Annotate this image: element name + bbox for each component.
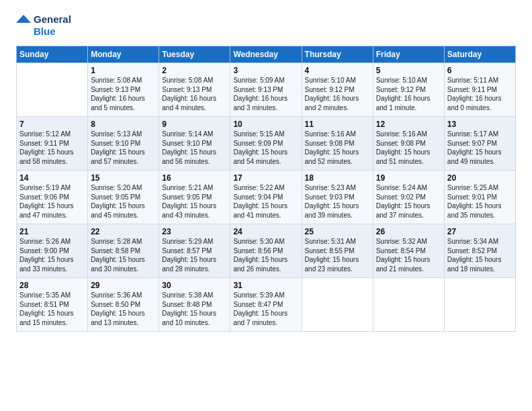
day-number: 11 — [305, 120, 370, 129]
calendar-day-cell: 1Sunrise: 5:08 AMSunset: 9:13 PMDaylight… — [88, 63, 159, 117]
day-info: Sunrise: 5:35 AMSunset: 8:51 PMDaylight:… — [19, 291, 85, 327]
day-info: Sunrise: 5:24 AMSunset: 9:02 PMDaylight:… — [376, 183, 441, 220]
calendar-day-cell: 13Sunrise: 5:17 AMSunset: 9:07 PMDayligh… — [444, 117, 515, 171]
logo-triangle-icon — [16, 13, 31, 38]
day-number: 21 — [19, 227, 85, 236]
day-number: 14 — [19, 173, 85, 183]
weekday-header: Thursday — [302, 46, 373, 63]
calendar-day-cell: 26Sunrise: 5:32 AMSunset: 8:54 PMDayligh… — [373, 224, 444, 278]
day-number: 12 — [376, 120, 441, 129]
day-info: Sunrise: 5:23 AMSunset: 9:03 PMDaylight:… — [305, 183, 370, 220]
day-info: Sunrise: 5:16 AMSunset: 9:08 PMDaylight:… — [305, 130, 370, 166]
weekday-header: Tuesday — [159, 46, 230, 63]
day-number: 13 — [447, 120, 513, 129]
calendar-day-cell: 6Sunrise: 5:11 AMSunset: 9:11 PMDaylight… — [444, 63, 515, 117]
calendar-day-cell: 19Sunrise: 5:24 AMSunset: 9:02 PMDayligh… — [373, 171, 444, 224]
day-info: Sunrise: 5:17 AMSunset: 9:07 PMDaylight:… — [447, 130, 513, 166]
calendar-week-row: 28Sunrise: 5:35 AMSunset: 8:51 PMDayligh… — [17, 278, 516, 332]
logo-blue: Blue — [34, 26, 71, 38]
calendar-day-cell: 30Sunrise: 5:38 AMSunset: 8:48 PMDayligh… — [159, 278, 230, 332]
calendar-week-row: 21Sunrise: 5:26 AMSunset: 9:00 PMDayligh… — [17, 224, 516, 278]
calendar-day-cell: 29Sunrise: 5:36 AMSunset: 8:50 PMDayligh… — [88, 278, 159, 332]
day-number: 1 — [91, 66, 156, 75]
day-number: 18 — [305, 173, 370, 183]
calendar-week-row: 14Sunrise: 5:19 AMSunset: 9:06 PMDayligh… — [17, 171, 516, 224]
weekday-header: Saturday — [444, 46, 515, 63]
day-number: 5 — [376, 66, 441, 75]
day-number: 22 — [91, 227, 156, 236]
day-number: 3 — [233, 66, 298, 75]
day-info: Sunrise: 5:36 AMSunset: 8:50 PMDaylight:… — [91, 291, 156, 327]
calendar-day-cell: 24Sunrise: 5:30 AMSunset: 8:56 PMDayligh… — [230, 224, 302, 278]
calendar-day-cell: 9Sunrise: 5:14 AMSunset: 9:10 PMDaylight… — [159, 117, 230, 171]
day-info: Sunrise: 5:38 AMSunset: 8:48 PMDaylight:… — [162, 291, 227, 327]
calendar-day-cell: 4Sunrise: 5:10 AMSunset: 9:12 PMDaylight… — [302, 63, 373, 117]
day-info: Sunrise: 5:30 AMSunset: 8:56 PMDaylight:… — [233, 237, 298, 273]
calendar-day-cell: 28Sunrise: 5:35 AMSunset: 8:51 PMDayligh… — [17, 278, 88, 332]
day-number: 26 — [376, 227, 441, 236]
day-number: 17 — [233, 173, 298, 183]
calendar-day-cell: 2Sunrise: 5:08 AMSunset: 9:13 PMDaylight… — [159, 63, 230, 117]
day-number: 7 — [19, 120, 85, 129]
day-number: 15 — [91, 173, 156, 183]
calendar-day-cell: 10Sunrise: 5:15 AMSunset: 9:09 PMDayligh… — [230, 117, 302, 171]
day-number: 29 — [91, 281, 156, 290]
day-info: Sunrise: 5:25 AMSunset: 9:01 PMDaylight:… — [447, 183, 513, 220]
day-number: 2 — [162, 66, 227, 75]
calendar-table: SundayMondayTuesdayWednesdayThursdayFrid… — [16, 46, 516, 332]
day-number: 25 — [305, 227, 370, 236]
day-number: 16 — [162, 173, 227, 183]
day-info: Sunrise: 5:21 AMSunset: 9:05 PMDaylight:… — [162, 183, 227, 220]
calendar-week-row: 7Sunrise: 5:12 AMSunset: 9:11 PMDaylight… — [17, 117, 516, 171]
day-info: Sunrise: 5:39 AMSunset: 8:47 PMDaylight:… — [233, 291, 298, 327]
day-info: Sunrise: 5:14 AMSunset: 9:10 PMDaylight:… — [162, 130, 227, 166]
day-info: Sunrise: 5:31 AMSunset: 8:55 PMDaylight:… — [305, 237, 370, 273]
calendar-day-cell: 16Sunrise: 5:21 AMSunset: 9:05 PMDayligh… — [159, 171, 230, 224]
calendar-day-cell: 31Sunrise: 5:39 AMSunset: 8:47 PMDayligh… — [230, 278, 302, 332]
calendar-day-cell: 17Sunrise: 5:22 AMSunset: 9:04 PMDayligh… — [230, 171, 302, 224]
day-number: 28 — [19, 281, 85, 290]
day-number: 30 — [162, 281, 227, 290]
day-number: 20 — [447, 173, 513, 183]
calendar-week-row: 1Sunrise: 5:08 AMSunset: 9:13 PMDaylight… — [17, 63, 516, 117]
day-number: 24 — [233, 227, 298, 236]
calendar-day-cell: 22Sunrise: 5:28 AMSunset: 8:58 PMDayligh… — [88, 224, 159, 278]
day-info: Sunrise: 5:29 AMSunset: 8:57 PMDaylight:… — [162, 237, 227, 273]
calendar-day-cell — [444, 278, 515, 332]
calendar-day-cell: 23Sunrise: 5:29 AMSunset: 8:57 PMDayligh… — [159, 224, 230, 278]
day-info: Sunrise: 5:09 AMSunset: 9:13 PMDaylight:… — [233, 76, 298, 112]
logo-general: General — [34, 13, 71, 26]
day-number: 19 — [376, 173, 441, 183]
day-info: Sunrise: 5:26 AMSunset: 9:00 PMDaylight:… — [19, 237, 85, 273]
calendar-day-cell: 27Sunrise: 5:34 AMSunset: 8:52 PMDayligh… — [444, 224, 515, 278]
weekday-header: Sunday — [17, 46, 88, 63]
day-number: 10 — [233, 120, 298, 129]
day-info: Sunrise: 5:16 AMSunset: 9:08 PMDaylight:… — [376, 130, 441, 166]
calendar-day-cell: 20Sunrise: 5:25 AMSunset: 9:01 PMDayligh… — [444, 171, 515, 224]
day-number: 9 — [162, 120, 227, 129]
calendar-day-cell: 7Sunrise: 5:12 AMSunset: 9:11 PMDaylight… — [17, 117, 88, 171]
day-number: 27 — [447, 227, 513, 236]
calendar-day-cell: 15Sunrise: 5:20 AMSunset: 9:05 PMDayligh… — [88, 171, 159, 224]
calendar-day-cell: 25Sunrise: 5:31 AMSunset: 8:55 PMDayligh… — [302, 224, 373, 278]
calendar-day-cell: 3Sunrise: 5:09 AMSunset: 9:13 PMDaylight… — [230, 63, 302, 117]
calendar-day-cell: 21Sunrise: 5:26 AMSunset: 9:00 PMDayligh… — [17, 224, 88, 278]
weekday-header: Wednesday — [230, 46, 302, 63]
svg-marker-0 — [16, 15, 31, 23]
day-info: Sunrise: 5:11 AMSunset: 9:11 PMDaylight:… — [447, 76, 513, 112]
calendar-day-cell: 12Sunrise: 5:16 AMSunset: 9:08 PMDayligh… — [373, 117, 444, 171]
calendar-day-cell: 5Sunrise: 5:10 AMSunset: 9:12 PMDaylight… — [373, 63, 444, 117]
day-number: 6 — [447, 66, 513, 75]
day-number: 23 — [162, 227, 227, 236]
weekday-header: Monday — [88, 46, 159, 63]
day-info: Sunrise: 5:15 AMSunset: 9:09 PMDaylight:… — [233, 130, 298, 166]
page: General Blue SundayMondayTuesdayWednesda… — [0, 0, 532, 411]
day-info: Sunrise: 5:08 AMSunset: 9:13 PMDaylight:… — [162, 76, 227, 112]
calendar-day-cell: 18Sunrise: 5:23 AMSunset: 9:03 PMDayligh… — [302, 171, 373, 224]
day-info: Sunrise: 5:32 AMSunset: 8:54 PMDaylight:… — [376, 237, 441, 273]
calendar-header-row: SundayMondayTuesdayWednesdayThursdayFrid… — [17, 46, 516, 63]
day-info: Sunrise: 5:10 AMSunset: 9:12 PMDaylight:… — [305, 76, 370, 112]
day-info: Sunrise: 5:12 AMSunset: 9:11 PMDaylight:… — [19, 130, 85, 166]
weekday-header: Friday — [373, 46, 444, 63]
day-info: Sunrise: 5:13 AMSunset: 9:10 PMDaylight:… — [91, 130, 156, 166]
